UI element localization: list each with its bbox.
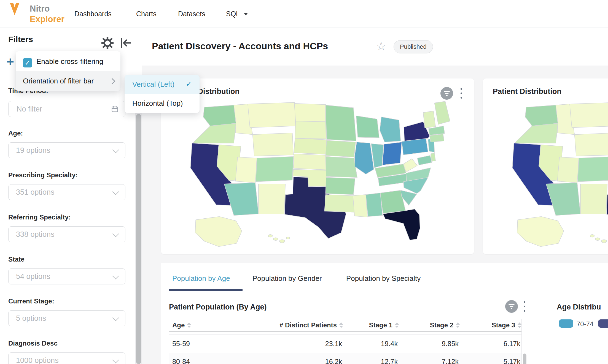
menu-item-enable-cross-filtering[interactable]: ✓ Enable cross-filtering bbox=[16, 51, 120, 71]
age-filter-select[interactable]: 19 options bbox=[8, 142, 125, 158]
orientation-submenu: Vertical (Left) ✓ Horizontal (Top) bbox=[125, 75, 200, 113]
cell-stage-2: 7.12k bbox=[399, 358, 460, 364]
selected-check-icon: ✓ bbox=[186, 80, 192, 88]
applied-filters-button[interactable] bbox=[440, 87, 453, 100]
patient-distribution-card-1: Patient Distribution bbox=[161, 78, 474, 254]
cross-filtering-checkbox[interactable]: ✓ bbox=[23, 58, 32, 67]
filter-label-age: Age: bbox=[8, 129, 23, 137]
chevron-down-icon bbox=[112, 146, 119, 153]
table-title: Patient Population (By Age) bbox=[169, 303, 267, 311]
table-scrollbar-thumb[interactable] bbox=[523, 354, 526, 364]
sidebar-scrollbar-thumb[interactable] bbox=[136, 114, 141, 364]
column-header-age[interactable]: Age bbox=[169, 321, 275, 329]
diagnosis-desc-filter-select[interactable]: 1000 options bbox=[8, 352, 125, 364]
chevron-down-icon bbox=[112, 273, 119, 279]
filters-panel-title: Filters bbox=[8, 35, 33, 44]
chevron-down-icon bbox=[112, 357, 119, 363]
filter-label-state: State bbox=[8, 256, 25, 263]
sort-icon bbox=[339, 322, 343, 329]
table-row[interactable]: 80-84 16.2k 12.7k 7.12k 5.17k bbox=[169, 353, 521, 364]
age-distribution-title: Age Distribu bbox=[557, 303, 601, 311]
tab-population-by-gender[interactable]: Population by Gender bbox=[252, 274, 322, 283]
menu-item-orientation-of-filter-bar[interactable]: Orientation of filter bar bbox=[16, 71, 120, 91]
chevron-down-icon bbox=[112, 314, 119, 321]
filter-label-diagnosis-desc: Diagnosis Desc bbox=[8, 339, 58, 347]
sql-caret-down-icon[interactable] bbox=[244, 13, 248, 18]
legend-label: 70-74 bbox=[577, 320, 593, 328]
active-tab-underline bbox=[169, 289, 243, 291]
filter-label-referring-specialty: Referring Specialty: bbox=[8, 213, 71, 221]
table-divider-light bbox=[169, 334, 521, 335]
current-stage-filter-select[interactable]: 5 options bbox=[8, 310, 125, 326]
nav-item-datasets[interactable]: Datasets bbox=[178, 10, 205, 18]
top-nav-bar: Nitro Explorer Dashboards Charts Dataset… bbox=[0, 0, 608, 28]
sort-icon bbox=[518, 322, 521, 329]
favorite-star-icon[interactable]: ☆ bbox=[376, 40, 386, 52]
chevron-right-icon bbox=[109, 78, 115, 85]
gear-icon bbox=[101, 37, 114, 49]
nav-item-sql[interactable]: SQL bbox=[226, 10, 240, 18]
sort-icon bbox=[187, 322, 191, 329]
collapse-left-icon bbox=[120, 37, 132, 49]
cell-stage-3: 5.17k bbox=[460, 358, 521, 364]
collapse-sidebar-button[interactable] bbox=[120, 37, 132, 49]
cell-distinct-patients: 16.2k bbox=[275, 358, 343, 364]
cell-age: 80-84 bbox=[169, 358, 275, 364]
add-filter-button[interactable]: + bbox=[7, 56, 14, 67]
calendar-icon bbox=[111, 105, 119, 113]
legend-swatch-clipped[interactable] bbox=[598, 319, 608, 328]
column-header-stage-1[interactable]: Stage 1 bbox=[343, 321, 399, 329]
time-period-filter-input[interactable] bbox=[8, 101, 125, 117]
app-window: Nitro Explorer Dashboards Charts Dataset… bbox=[0, 0, 608, 364]
sort-icon bbox=[395, 322, 399, 329]
tab-population-by-age[interactable]: Population by Age bbox=[172, 274, 230, 283]
table-scroll-edge bbox=[521, 319, 522, 364]
us-choropleth-map[interactable] bbox=[169, 101, 467, 251]
brand-name-top: Nitro bbox=[30, 4, 50, 14]
status-badge: Published bbox=[394, 40, 433, 53]
tab-population-by-specialty[interactable]: Population by Specialty bbox=[346, 274, 421, 283]
filter-label-current-stage: Current Stage: bbox=[8, 297, 54, 305]
table-header-divider bbox=[169, 331, 521, 332]
sort-icon bbox=[456, 322, 460, 329]
chevron-down-icon bbox=[112, 230, 119, 237]
table-row[interactable]: 55-59 23.1k 19.4k 9.85k 6.17k bbox=[169, 335, 521, 353]
brand-name-bottom: Explorer bbox=[30, 14, 64, 24]
brand-logo[interactable]: Nitro Explorer bbox=[9, 2, 64, 25]
cell-stage-2: 9.85k bbox=[399, 340, 460, 348]
card-menu-kebab-icon[interactable] bbox=[459, 87, 464, 100]
time-period-input[interactable] bbox=[16, 101, 108, 117]
column-header-stage-3[interactable]: Stage 3 bbox=[460, 321, 521, 329]
cell-distinct-patients: 23.1k bbox=[275, 340, 343, 348]
filter-lines-icon bbox=[444, 91, 450, 92]
patient-distribution-card-2: Patient Distribution bbox=[483, 78, 608, 254]
submenu-option-vertical-left[interactable]: Vertical (Left) ✓ bbox=[125, 75, 200, 94]
table-menu-kebab-icon[interactable] bbox=[522, 300, 527, 313]
nav-item-dashboards[interactable]: Dashboards bbox=[74, 10, 112, 18]
state-filter-select[interactable]: 54 options bbox=[8, 268, 125, 284]
column-header-distinct-patients[interactable]: # Distinct Patients bbox=[275, 321, 343, 329]
submenu-option-horizontal-top[interactable]: Horizontal (Top) bbox=[125, 94, 200, 113]
chevron-down-icon bbox=[112, 188, 119, 195]
column-header-stage-2[interactable]: Stage 2 bbox=[399, 321, 460, 329]
nav-item-charts[interactable]: Charts bbox=[136, 10, 157, 18]
filter-label-prescribing-specialty: Prescribing Specialty: bbox=[8, 171, 78, 179]
card-title: Patient Distribution bbox=[493, 87, 561, 96]
page-title: Patient Discovery - Accounts and HCPs bbox=[152, 41, 328, 51]
cell-stage-1: 12.7k bbox=[343, 358, 399, 364]
prescribing-specialty-filter-select[interactable]: 351 options bbox=[8, 184, 125, 200]
filter-settings-gear-button[interactable] bbox=[101, 37, 114, 49]
filter-settings-menu: ✓ Enable cross-filtering Orientation of … bbox=[16, 51, 120, 91]
applied-filters-button[interactable] bbox=[505, 300, 518, 313]
table-header-row: Age # Distinct Patients Stage 1 Stage 2 … bbox=[169, 319, 521, 332]
filter-lines-icon bbox=[509, 304, 515, 305]
cell-age: 55-59 bbox=[169, 340, 275, 348]
us-choropleth-map[interactable] bbox=[491, 101, 608, 251]
cell-stage-1: 19.4k bbox=[343, 340, 399, 348]
cell-stage-3: 6.17k bbox=[460, 340, 521, 348]
referring-specialty-filter-select[interactable]: 338 options bbox=[8, 226, 125, 242]
population-tab-section: Population by Age Population by Gender P… bbox=[161, 263, 608, 364]
brand-v-icon bbox=[9, 3, 20, 15]
legend-swatch-70-74[interactable] bbox=[559, 319, 573, 328]
